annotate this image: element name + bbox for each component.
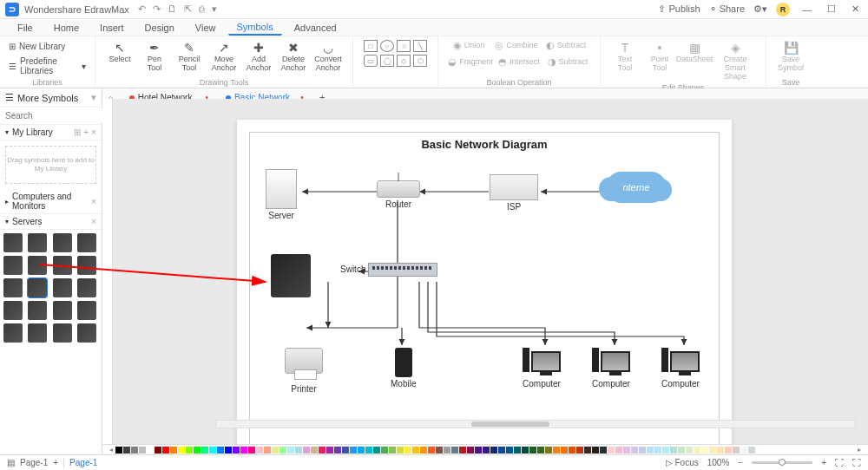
server-symbol[interactable]: [77, 233, 96, 252]
palette-prev[interactable]: ◂: [108, 446, 115, 454]
server-symbol[interactable]: [77, 323, 96, 343]
color-swatch[interactable]: [506, 447, 513, 454]
color-swatch[interactable]: [428, 447, 435, 454]
color-swatch[interactable]: [654, 447, 661, 454]
color-swatch[interactable]: [545, 447, 552, 454]
select-tool[interactable]: ↖Select: [104, 38, 135, 66]
color-swatch[interactable]: [522, 447, 529, 454]
color-swatch[interactable]: [686, 447, 693, 454]
server-symbol-selected[interactable]: [28, 278, 47, 297]
color-swatch[interactable]: [334, 447, 341, 454]
color-swatch[interactable]: [670, 447, 677, 454]
node-computer-1[interactable]: Computer: [521, 348, 562, 388]
color-swatch[interactable]: [123, 447, 130, 454]
menu-view[interactable]: View: [187, 21, 225, 35]
node-computer-3[interactable]: Computer: [660, 348, 701, 388]
color-swatch[interactable]: [279, 447, 286, 454]
color-swatch[interactable]: [201, 447, 208, 454]
color-swatch[interactable]: [748, 447, 755, 454]
canvas-area[interactable]: -50-30-101030507090110130150170190210230…: [102, 99, 868, 454]
color-swatch[interactable]: [147, 447, 154, 454]
settings-icon[interactable]: ⚙▾: [753, 3, 767, 15]
server-symbol[interactable]: [53, 301, 72, 320]
server-symbol[interactable]: [77, 278, 96, 297]
color-swatch[interactable]: [451, 447, 458, 454]
my-library-section[interactable]: ▾My Library⊞+×: [0, 125, 102, 140]
fullscreen-button[interactable]: ⛶: [852, 458, 861, 467]
server-symbol[interactable]: [28, 233, 47, 252]
pencil-tool[interactable]: ✎Pencil Tool: [174, 38, 205, 75]
color-swatch[interactable]: [592, 447, 599, 454]
color-swatch[interactable]: [225, 447, 232, 454]
color-swatch[interactable]: [178, 447, 185, 454]
color-swatch[interactable]: [701, 447, 708, 454]
fit-page-button[interactable]: ⛶: [835, 458, 844, 467]
color-swatch[interactable]: [561, 447, 568, 454]
server-symbol[interactable]: [3, 256, 23, 275]
new-library-button[interactable]: ⊞New Library: [9, 42, 86, 51]
color-swatch[interactable]: [647, 447, 654, 454]
color-swatch[interactable]: [584, 447, 591, 454]
color-swatch[interactable]: [155, 447, 161, 454]
color-swatch[interactable]: [240, 447, 247, 454]
page-name[interactable]: Page-1: [69, 458, 97, 467]
color-swatch[interactable]: [373, 447, 380, 454]
color-swatch[interactable]: [115, 447, 122, 454]
server-symbol[interactable]: [28, 256, 47, 275]
page-canvas[interactable]: Basic Network Diagram Server Router ISP …: [237, 120, 732, 454]
color-swatch[interactable]: [553, 447, 560, 454]
color-swatch[interactable]: [264, 447, 271, 454]
menu-file[interactable]: File: [9, 21, 42, 35]
color-swatch[interactable]: [342, 447, 349, 454]
maximize-button[interactable]: ☐: [824, 3, 839, 15]
color-swatch[interactable]: [662, 447, 669, 454]
export-icon[interactable]: ⇱: [184, 3, 192, 15]
delete-anchor-tool[interactable]: ✖Delete Anchor: [278, 38, 309, 75]
node-mobile[interactable]: Mobile: [391, 348, 416, 388]
color-swatch[interactable]: [326, 447, 333, 454]
color-swatch[interactable]: [631, 447, 638, 454]
color-swatch[interactable]: [623, 447, 630, 454]
move-anchor-tool[interactable]: ↗Move Anchor: [208, 38, 240, 75]
minimize-button[interactable]: —: [799, 4, 815, 15]
pen-tool[interactable]: ✒Pen Tool: [139, 38, 170, 75]
menu-design[interactable]: Design: [136, 21, 183, 35]
color-swatch[interactable]: [717, 447, 724, 454]
predefine-libraries-button[interactable]: ☰Predefine Libraries▾: [9, 56, 86, 75]
palette-next[interactable]: ▸: [856, 446, 863, 454]
menu-symbols[interactable]: Symbols: [228, 20, 282, 36]
color-swatch[interactable]: [350, 447, 357, 454]
server-symbol[interactable]: [3, 301, 23, 320]
color-swatch[interactable]: [467, 447, 474, 454]
node-isp[interactable]: ISP: [490, 174, 538, 212]
color-swatch[interactable]: [217, 447, 224, 454]
color-swatch[interactable]: [303, 447, 310, 454]
node-server3d[interactable]: [271, 254, 311, 297]
publish-button[interactable]: ⇪ Publish: [658, 3, 700, 15]
server-symbol[interactable]: [77, 301, 96, 320]
color-swatch[interactable]: [170, 447, 177, 454]
color-swatch[interactable]: [615, 447, 622, 454]
color-swatch[interactable]: [233, 447, 240, 454]
convert-anchor-tool[interactable]: ◡Convert Anchor: [312, 38, 344, 75]
color-swatch[interactable]: [475, 447, 482, 454]
node-switch[interactable]: [368, 263, 437, 277]
color-swatch[interactable]: [311, 447, 318, 454]
print-icon[interactable]: ⎙: [199, 3, 205, 15]
color-swatch[interactable]: [608, 447, 615, 454]
color-swatch[interactable]: [490, 447, 497, 454]
horizontal-scrollbar[interactable]: [215, 420, 856, 428]
dropdown-icon[interactable]: ▾: [212, 3, 217, 15]
color-swatch[interactable]: [256, 447, 263, 454]
color-swatch[interactable]: [529, 447, 536, 454]
menu-advanced[interactable]: Advanced: [286, 21, 345, 35]
color-swatch[interactable]: [397, 447, 404, 454]
node-computer-2[interactable]: Computer: [590, 348, 632, 388]
save-icon[interactable]: 🗋: [168, 3, 177, 15]
color-swatch[interactable]: [162, 447, 169, 454]
color-swatch[interactable]: [404, 447, 411, 454]
server-symbol[interactable]: [3, 323, 23, 343]
servers-section[interactable]: ▾Servers×: [0, 214, 102, 230]
color-swatch[interactable]: [639, 447, 646, 454]
color-swatch[interactable]: [389, 447, 396, 454]
